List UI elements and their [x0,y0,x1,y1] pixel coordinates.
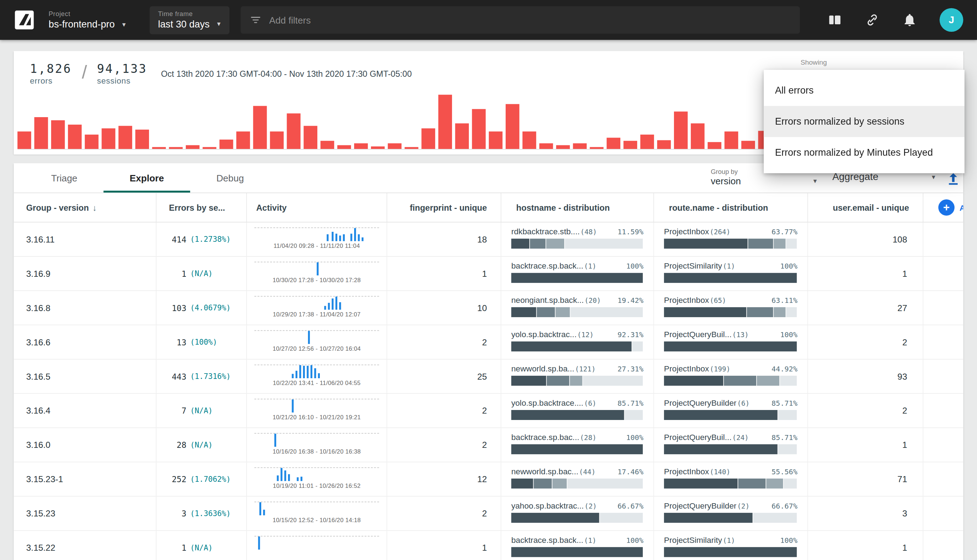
histogram-bar[interactable] [523,132,536,149]
histogram-bar[interactable] [472,109,486,149]
header-hostname[interactable]: hostname - distribution [501,193,653,222]
table-row[interactable]: 3.16.5 443 (1.7316%) 10/22/20 13:41 - 11… [13,360,963,394]
upload-icon[interactable] [946,172,961,187]
histogram-bar[interactable] [371,147,384,149]
table-row[interactable]: 3.16.4 7 (N/A) 10/21/20 16:10 - 10/21/20… [13,394,963,428]
errors-percent-value: (1.7062%) [190,475,241,483]
histogram-bar[interactable] [321,141,334,149]
histogram-bar[interactable] [152,147,166,149]
histogram-bar[interactable] [18,132,31,149]
header-route-name[interactable]: route.name - distribution [653,193,807,222]
histogram-bar[interactable] [118,126,132,149]
histogram-bar[interactable] [708,142,721,149]
table-row[interactable]: 3.16.6 13 (100%) 10/27/20 12:56 - 10/27/… [13,325,963,360]
histogram-bar[interactable] [34,117,48,149]
table-row[interactable]: 3.15.22 1 (N/A) 1 backtrace.sp.back... (… [13,531,963,560]
histogram-bar[interactable] [287,113,301,149]
histogram-bar[interactable] [219,140,233,149]
version-cell[interactable]: 3.15.22 [13,531,156,560]
table-row[interactable]: 3.16.8 103 (4.0679%) 10/29/20 17:38 - 11… [13,291,963,325]
version-cell[interactable]: 3.16.0 [13,428,156,462]
version-value: 3.16.0 [26,440,50,450]
version-cell[interactable]: 3.16.8 [13,291,156,325]
menu-item-all-errors[interactable]: All errors [764,75,964,106]
histogram-bar[interactable] [337,145,351,149]
header-user-email[interactable]: user.email - unique [807,193,923,222]
histogram-bar[interactable] [253,106,267,149]
tab-triage[interactable]: Triage [25,163,104,192]
histogram-bar[interactable] [674,112,688,149]
histogram-bar[interactable] [304,126,317,149]
histogram-bar[interactable] [624,141,637,149]
histogram-bar[interactable] [169,147,183,149]
tab-debug[interactable]: Debug [190,163,270,192]
link-icon[interactable] [865,12,880,28]
errors-percent-value: (N/A) [190,269,241,278]
histogram-bar[interactable] [354,143,368,149]
showing-select-field[interactable]: Showing [787,55,964,71]
version-cell[interactable]: 3.16.4 [13,394,156,428]
table-row[interactable]: 3.15.23-1 252 (1.7062%) 10/19/20 11:01 -… [13,462,963,497]
chevron-down-icon: ▾ [932,173,935,181]
header-fingerprint[interactable]: fingerprint - unique [387,193,501,222]
histogram-bar[interactable] [68,125,82,149]
user-avatar[interactable]: J [939,8,963,32]
fingerprint-cell: 2 [387,497,501,530]
histogram-bar[interactable] [691,123,704,149]
project-select[interactable]: Project bs-frontend-pro ▾ [48,10,125,30]
filter-input[interactable]: Add filters [240,6,800,33]
activity-cell: 10/15/20 12:52 - 10/16/20 14:18 [246,497,387,530]
backtrace-logo-icon[interactable] [13,9,35,30]
notifications-bell-icon[interactable] [902,12,917,28]
histogram-bar[interactable] [556,145,569,149]
errors-cell: 7 (N/A) [156,394,246,428]
hostname-cell: newworld.sp.bac... (44) 17.46% [501,462,653,496]
version-cell[interactable]: 3.16.11 [13,222,156,256]
histogram-bar[interactable] [607,138,620,149]
version-cell[interactable]: 3.16.9 [13,257,156,290]
header-activity[interactable]: Activity [246,193,387,222]
menu-item-errors-normalized-minutes[interactable]: Errors normalized by Minutes Played [764,137,964,168]
histogram-bar[interactable] [640,135,654,149]
histogram-bar[interactable] [506,104,519,149]
histogram-bar[interactable] [236,132,250,149]
group-by-value: version [711,176,741,187]
version-cell[interactable]: 3.15.23 [13,497,156,530]
tab-explore[interactable]: Explore [104,163,190,192]
histogram-bar[interactable] [270,132,283,149]
histogram-bar[interactable] [203,147,216,149]
histogram-bar[interactable] [657,140,671,149]
histogram-bar[interactable] [489,132,503,149]
histogram-bar[interactable] [724,132,738,149]
hostname-count: (121) [575,365,596,373]
table-row[interactable]: 3.16.0 28 (N/A) 10/16/20 16:38 - 10/16/2… [13,428,963,462]
histogram-bar[interactable] [388,143,401,149]
histogram-bar[interactable] [438,95,452,149]
version-cell[interactable]: 3.15.23-1 [13,462,156,496]
histogram-bar[interactable] [186,145,199,149]
histogram-bar[interactable] [741,141,755,149]
header-label: fingerprint - unique [410,203,487,212]
header-group-version[interactable]: Group - version ↓ [13,193,156,222]
histogram-bar[interactable] [135,130,149,149]
version-cell[interactable]: 3.16.5 [13,360,156,393]
table-row[interactable]: 3.15.23 3 (1.3636%) 10/15/20 12:52 - 10/… [13,497,963,531]
histogram-bar[interactable] [539,143,553,149]
histogram-bar[interactable] [421,128,435,149]
table-row[interactable]: 3.16.11 414 (1.2738%) 11/04/20 09:28 - 1… [13,222,963,257]
dashboard-icon[interactable] [827,12,842,28]
menu-item-errors-normalized-sessions[interactable]: Errors normalized by sessions [764,106,964,137]
histogram-bar[interactable] [455,123,469,149]
histogram-bar[interactable] [573,143,586,149]
histogram-bar[interactable] [51,120,65,149]
table-row[interactable]: 3.16.9 1 (N/A) 10/30/20 17:28 - 10/30/20… [13,257,963,291]
histogram-bar[interactable] [404,147,418,149]
header-errors[interactable]: Errors by se... [156,193,246,222]
histogram-bar[interactable] [85,135,98,149]
sparkline-bar [263,510,265,515]
histogram-bar[interactable] [102,128,115,149]
add-column-button[interactable]: + [939,199,954,215]
histogram-bar[interactable] [590,147,603,149]
timeframe-select[interactable]: Time frame last 30 days ▾ [149,6,229,34]
version-cell[interactable]: 3.16.6 [13,325,156,359]
